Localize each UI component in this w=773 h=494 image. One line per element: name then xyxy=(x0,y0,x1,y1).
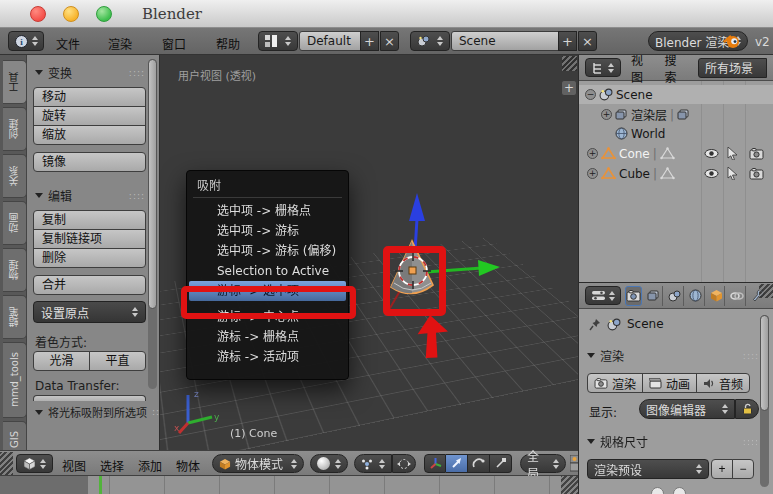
outliner-row-renderlayers[interactable]: + 渲染层 | xyxy=(579,105,773,124)
panel-drag-dots[interactable] xyxy=(743,351,759,361)
menu-file[interactable]: 文件 xyxy=(56,35,80,52)
outliner-display-mode-select[interactable]: 所有场景 xyxy=(698,58,767,78)
open-properties-region-button[interactable]: + xyxy=(561,80,577,96)
scale-button[interactable]: 缩放 xyxy=(33,125,146,145)
panel-header-render[interactable]: 渲染 xyxy=(587,347,759,364)
tab-world[interactable] xyxy=(688,286,705,306)
region-resize-corner[interactable] xyxy=(561,476,578,494)
zoom-window-button[interactable] xyxy=(96,6,112,22)
region-resize-corner[interactable] xyxy=(759,284,773,298)
manipulator-scale-button[interactable] xyxy=(490,454,512,473)
outliner-row-world[interactable]: World xyxy=(579,124,773,143)
panel-drag-dots[interactable] xyxy=(129,191,145,201)
panel-drag-dots[interactable] xyxy=(129,68,145,78)
screen-layout-browse-button[interactable] xyxy=(258,31,298,51)
visibility-eye-icon[interactable] xyxy=(704,168,719,179)
menu-item-selection-to-cursor-offset[interactable]: 选中项 -> 游标 (偏移) xyxy=(187,241,348,261)
tab-render-layers[interactable] xyxy=(646,286,663,306)
renderability-camera-icon[interactable] xyxy=(749,148,764,160)
translate-button[interactable]: 移动 xyxy=(33,87,146,107)
tab-physics[interactable]: 物理 xyxy=(3,248,27,292)
region-resize-corner[interactable] xyxy=(562,56,577,71)
tab-constraints[interactable] xyxy=(729,286,746,306)
timeline-strip[interactable] xyxy=(0,476,578,494)
tab-grease-pencil[interactable]: 蜡笔 xyxy=(3,295,27,339)
tab-scene[interactable] xyxy=(667,286,684,306)
outliner-row-cone[interactable]: + Cone | xyxy=(579,144,773,163)
panel-header-transform[interactable]: 变换 xyxy=(35,64,160,81)
duplicate-linked-button[interactable]: 复制链接项 xyxy=(33,229,146,249)
mode-select[interactable]: 物体模式 xyxy=(212,454,304,473)
add-preset-button[interactable]: + xyxy=(711,459,733,479)
close-scene-button[interactable]: × xyxy=(578,31,597,51)
select-menu[interactable]: 选择 xyxy=(100,457,124,474)
transform-orientation-select[interactable]: 全局 xyxy=(520,454,566,473)
toggle-dot[interactable] xyxy=(673,487,686,494)
render-animation-button[interactable]: 动画 xyxy=(642,373,697,393)
render-still-button[interactable]: 渲染 xyxy=(587,373,643,393)
menu-window[interactable]: 窗口 xyxy=(162,35,186,52)
pivot-point-select[interactable] xyxy=(354,454,392,473)
manipulate-center-points-toggle[interactable] xyxy=(392,454,416,473)
screen-layout-name-field[interactable]: Default xyxy=(299,31,361,51)
add-screen-layout-button[interactable]: + xyxy=(360,31,379,51)
minimize-window-button[interactable] xyxy=(63,6,79,22)
outliner-row-scene[interactable]: − Scene xyxy=(579,85,773,104)
remove-preset-button[interactable]: − xyxy=(732,459,754,479)
shade-flat-button[interactable]: 平直 xyxy=(89,351,146,371)
render-display-select[interactable]: 图像编辑器 xyxy=(639,399,735,419)
menu-item-cursor-to-grid[interactable]: 游标 -> 栅格点 xyxy=(187,327,348,347)
outliner-view-menu[interactable]: 视图 xyxy=(631,55,655,85)
toolshelf-scrollbar-track[interactable] xyxy=(148,59,157,389)
tab-tools[interactable]: 工具 xyxy=(3,60,27,104)
toolshelf-scrollbar-thumb[interactable] xyxy=(148,59,157,309)
join-button[interactable]: 合并 xyxy=(33,275,146,295)
manipulator-axis-button[interactable] xyxy=(424,454,446,473)
properties-scrollbar-track[interactable] xyxy=(760,315,769,487)
editor-type-info-button[interactable]: i xyxy=(8,31,44,51)
delete-button[interactable]: 删除 xyxy=(33,248,146,268)
breadcrumb[interactable]: Scene xyxy=(627,317,664,331)
menu-item-cursor-to-active[interactable]: 游标 -> 活动项 xyxy=(187,347,348,367)
editor-type-outliner-button[interactable] xyxy=(585,58,621,77)
scene-browse-button[interactable] xyxy=(410,31,450,51)
tab-object[interactable] xyxy=(709,286,726,306)
expand-icon[interactable]: + xyxy=(587,168,598,179)
object-menu[interactable]: 物体 xyxy=(176,457,200,474)
view-menu[interactable]: 视图 xyxy=(62,457,86,474)
lock-interface-toggle[interactable] xyxy=(735,399,759,419)
properties-scrollbar-thumb[interactable] xyxy=(760,315,769,411)
data-transfer-button-clipped[interactable] xyxy=(33,395,146,401)
editor-type-3dview-button[interactable] xyxy=(16,454,53,473)
visibility-eye-icon[interactable] xyxy=(704,148,719,159)
panel-drag-dots[interactable] xyxy=(743,437,759,447)
selectability-cursor-icon[interactable] xyxy=(727,147,738,160)
tab-animation[interactable]: 动画 xyxy=(3,201,27,245)
panel-drag-dots[interactable] xyxy=(152,407,160,417)
panel-header-snap-cursor[interactable]: 将光标吸附到所选项 xyxy=(35,404,159,420)
render-presets-select[interactable]: 渲染预设 xyxy=(587,459,709,479)
close-screen-layout-button[interactable]: × xyxy=(380,31,399,51)
timeline-playhead[interactable] xyxy=(99,476,102,494)
set-origin-dropdown[interactable]: 设置原点 xyxy=(33,301,146,323)
tab-mmd-tools[interactable]: mmd_tools xyxy=(3,342,27,418)
menu-item-selection-to-grid[interactable]: 选中项 -> 栅格点 xyxy=(187,201,348,221)
layers-widget[interactable] xyxy=(570,455,578,473)
renderability-camera-icon[interactable] xyxy=(749,168,764,180)
expand-icon[interactable]: + xyxy=(601,109,612,120)
scene-name-field[interactable]: Scene xyxy=(451,31,559,51)
toggle-dot[interactable] xyxy=(651,487,664,494)
menu-item-selection-to-cursor[interactable]: 选中项 -> 游标 xyxy=(187,221,348,241)
window-resize-corner[interactable] xyxy=(0,452,13,475)
outliner-search-menu[interactable]: 搜索 xyxy=(665,55,689,85)
editor-type-properties-button[interactable] xyxy=(585,286,621,305)
tab-relations[interactable]: 关系 xyxy=(3,154,27,198)
duplicate-button[interactable]: 复制 xyxy=(33,210,146,230)
pin-icon[interactable] xyxy=(589,318,601,331)
panel-header-edit[interactable]: 编辑 xyxy=(35,187,160,204)
tab-render[interactable] xyxy=(625,286,642,306)
add-menu[interactable]: 添加 xyxy=(138,457,162,474)
close-window-button[interactable] xyxy=(30,6,46,22)
collapse-icon[interactable]: − xyxy=(585,89,596,100)
expand-icon[interactable]: + xyxy=(587,148,598,159)
